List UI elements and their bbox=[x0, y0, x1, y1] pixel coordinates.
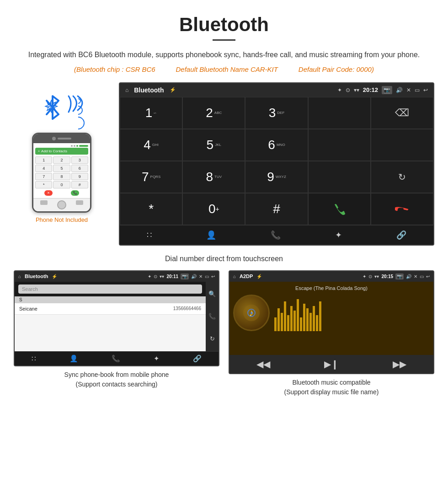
bluetooth-status-icon: ✦ bbox=[337, 87, 342, 93]
music-back-icon[interactable]: ↩ bbox=[426, 274, 430, 279]
contacts-time: 20:11 bbox=[166, 274, 178, 279]
music-prev-button[interactable]: ◀◀ bbox=[256, 359, 270, 370]
contacts-call-icon[interactable]: 📞 bbox=[208, 313, 216, 320]
contacts-close-icon[interactable]: ✕ bbox=[199, 274, 203, 279]
dialer-key-9[interactable]: 9WXYZ bbox=[245, 161, 308, 193]
svg-text:✦: ✦ bbox=[250, 311, 253, 316]
contacts-vol-icon[interactable]: 🔊 bbox=[191, 274, 197, 279]
dialer-call-button[interactable] bbox=[308, 193, 371, 225]
contacts-nav-bt[interactable]: ✦ bbox=[154, 354, 160, 363]
phone-contacts-bar: + Add to Contacts bbox=[35, 148, 88, 155]
status-left: ⌂ Bluetooth ⚡ bbox=[125, 86, 176, 94]
contacts-home-icon[interactable]: ⌂ bbox=[18, 274, 21, 279]
dialer-key-hash[interactable]: # bbox=[245, 193, 308, 225]
status-time: 20:12 bbox=[363, 86, 378, 93]
phone-camera bbox=[52, 137, 56, 140]
contacts-usb-icon: ⚡ bbox=[52, 274, 57, 279]
dialer-key-3[interactable]: 3DEF bbox=[245, 97, 308, 129]
phone-mockup: + Add to Contacts 123 456 789 *0# ✕ 📞 bbox=[32, 133, 91, 213]
contacts-screen-icon[interactable]: ▭ bbox=[205, 274, 209, 279]
volume-icon[interactable]: 🔊 bbox=[396, 87, 403, 93]
dialer-key-4[interactable]: 4GHI bbox=[120, 129, 182, 161]
music-signal: ▾▾ bbox=[374, 274, 379, 279]
contacts-signal: ▾▾ bbox=[160, 274, 164, 279]
music-usb-icon: ⚡ bbox=[256, 274, 262, 279]
contacts-nav-grid[interactable]: ∷ bbox=[32, 354, 36, 363]
contacts-main: Search S Seicane 13566664466 bbox=[15, 282, 206, 351]
music-statusbar: ⌂ A2DP ⚡ ✦ ⊙ ▾▾ 20:15 📷 🔊 ✕ ▭ ↩ bbox=[229, 271, 433, 282]
music-screen: ⌂ A2DP ⚡ ✦ ⊙ ▾▾ 20:15 📷 🔊 ✕ ▭ ↩ bbox=[229, 270, 434, 374]
music-loc-icon: ⊙ bbox=[368, 274, 372, 279]
contacts-search-bar[interactable]: Search bbox=[18, 284, 202, 294]
music-visualizer bbox=[274, 295, 430, 331]
back-icon[interactable]: ↩ bbox=[423, 87, 428, 93]
dialer-key-5[interactable]: 5JKL bbox=[182, 129, 245, 161]
contacts-back-icon[interactable]: ↩ bbox=[211, 274, 215, 279]
contacts-nav-link[interactable]: 🔗 bbox=[193, 354, 202, 363]
contacts-caption: Sync phone-book from mobile phone(Suppor… bbox=[64, 370, 169, 389]
music-vol-icon[interactable]: 🔊 bbox=[406, 274, 411, 279]
dialer-key-2[interactable]: 2ABC bbox=[182, 97, 245, 129]
home-icon[interactable]: ⌂ bbox=[125, 87, 128, 93]
dialer-end-button[interactable] bbox=[371, 193, 433, 225]
contacts-nav-user[interactable]: 👤 bbox=[69, 354, 78, 363]
contacts-search-container: Search bbox=[18, 284, 202, 294]
dialer-empty-4 bbox=[308, 161, 371, 193]
contacts-nav-phone[interactable]: 📞 bbox=[112, 354, 120, 363]
spec-name: Default Bluetooth Name CAR-KIT bbox=[176, 65, 278, 73]
music-next-button[interactable]: ▶▶ bbox=[393, 359, 406, 370]
dialer-key-7[interactable]: 7PQRS bbox=[120, 161, 182, 193]
music-screen-icon[interactable]: ▭ bbox=[420, 274, 424, 279]
music-play-button[interactable]: ▶❙ bbox=[324, 359, 339, 370]
bottom-screens: ⌂ Bluetooth ⚡ ✦ ⊙ ▾▾ 20:11 📷 🔊 ✕ ▭ ↩ bbox=[0, 270, 448, 406]
nav-link-icon[interactable]: 🔗 bbox=[396, 230, 406, 240]
contacts-cam-icon[interactable]: 📷 bbox=[181, 274, 189, 279]
camera-icon[interactable]: 📷 bbox=[382, 86, 392, 94]
contacts-search-icon[interactable]: 🔍 bbox=[208, 290, 216, 297]
nav-bluetooth-icon[interactable]: ✦ bbox=[335, 230, 342, 240]
contact-phone: 13566664466 bbox=[173, 306, 201, 311]
screen-navbar: ∷ 👤 📞 ✦ 🔗 bbox=[120, 225, 433, 245]
music-time: 20:15 bbox=[381, 274, 393, 279]
nav-grid-icon[interactable]: ∷ bbox=[147, 230, 152, 240]
bluetooth-svg bbox=[41, 94, 64, 121]
screen-icon[interactable]: ▭ bbox=[415, 87, 420, 93]
close-icon[interactable]: ✕ bbox=[406, 87, 411, 93]
music-close-icon[interactable]: ✕ bbox=[414, 274, 417, 279]
contacts-refresh-icon[interactable]: ↻ bbox=[210, 335, 215, 342]
contact-name: Seicane bbox=[19, 306, 173, 311]
music-caption: Bluetooth music compatible(Support displ… bbox=[284, 378, 379, 397]
music-title: A2DP bbox=[240, 274, 253, 279]
nav-phone-icon[interactable]: 📞 bbox=[271, 230, 281, 240]
signal-icon: ▾▾ bbox=[354, 87, 359, 93]
music-content: Escape (The Pina Colada Song) ♪ ✦ bbox=[229, 282, 433, 355]
screen-title: Bluetooth bbox=[134, 86, 164, 94]
contacts-side-icons: 🔍 📞 ↻ bbox=[206, 282, 219, 351]
main-caption: Dial number direct from touchscreen bbox=[0, 255, 448, 263]
contacts-body: Search S Seicane 13566664466 🔍 📞 ↻ bbox=[15, 282, 219, 351]
dialer-key-8[interactable]: 8TUV bbox=[182, 161, 245, 193]
contacts-screen-wrap: ⌂ Bluetooth ⚡ ✦ ⊙ ▾▾ 20:11 📷 🔊 ✕ ▭ ↩ bbox=[14, 270, 219, 397]
contacts-item-seicane[interactable]: Seicane 13566664466 bbox=[15, 303, 206, 315]
phone-screen: + Add to Contacts 123 456 789 *0# ✕ 📞 bbox=[33, 143, 90, 198]
nav-contacts-icon[interactable]: 👤 bbox=[206, 230, 216, 240]
dialer-empty-2 bbox=[308, 129, 371, 161]
contacts-title: Bluetooth bbox=[25, 274, 48, 279]
dialer-key-star[interactable]: * bbox=[120, 193, 182, 225]
music-controls: ◀◀ ▶❙ ▶▶ bbox=[229, 355, 433, 373]
page-header: Bluetooth Integrated with BC6 Bluetooth … bbox=[0, 0, 448, 78]
contacts-bt-icon: ✦ bbox=[148, 274, 151, 279]
dialer-key-0[interactable]: 0+ bbox=[182, 193, 245, 225]
music-cam-icon[interactable]: 📷 bbox=[395, 274, 404, 279]
music-home-icon[interactable]: ⌂ bbox=[233, 274, 236, 279]
phone-keypad: 123 456 789 *0# bbox=[35, 156, 88, 188]
car-screen-dialer: ⌂ Bluetooth ⚡ ✦ ⊙ ▾▾ 20:12 📷 🔊 ✕ ▭ ↩ bbox=[119, 82, 434, 246]
dialer-key-6[interactable]: 6MNO bbox=[245, 129, 308, 161]
dialer-key-1[interactable]: 1∽ bbox=[120, 97, 182, 129]
dialer-refresh[interactable]: ↻ bbox=[371, 161, 433, 193]
contacts-statusbar: ⌂ Bluetooth ⚡ ✦ ⊙ ▾▾ 20:11 📷 🔊 ✕ ▭ ↩ bbox=[15, 271, 219, 282]
spec-chip: (Bluetooth chip : CSR BC6 bbox=[74, 65, 155, 73]
title-divider bbox=[213, 39, 235, 41]
dialer-backspace[interactable]: ⌫ bbox=[371, 97, 433, 129]
header-specs: (Bluetooth chip : CSR BC6 Default Blueto… bbox=[27, 65, 421, 73]
